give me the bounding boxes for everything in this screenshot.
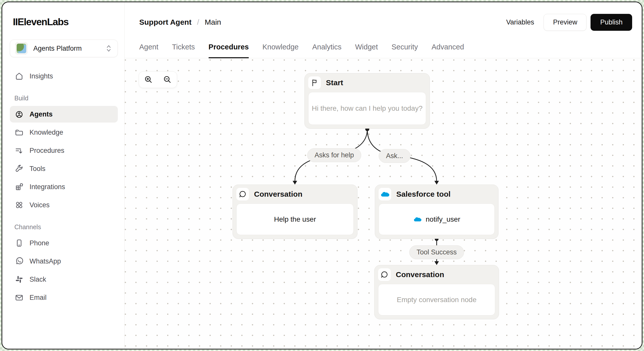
agent-icon	[14, 109, 24, 119]
tool-name-text: notify_user	[426, 215, 460, 223]
tab-bar: Agent Tickets Procedures Knowledge Analy…	[139, 43, 464, 58]
node-conversation-bottom-body[interactable]: Empty conversation node	[378, 284, 495, 315]
chat-bubble-icon	[378, 268, 391, 281]
edge-label-asks-for-help[interactable]: Asks for help	[307, 148, 361, 162]
node-conversation-bottom[interactable]: Conversation Empty conversation node	[374, 265, 499, 319]
app-window: IIElevenLabs Agents Platform Insights Bu…	[2, 2, 642, 349]
edge-label-ask-truncated[interactable]: Ask...	[379, 149, 410, 163]
node-conversation-left[interactable]: Conversation Help the user	[233, 185, 357, 239]
elevenlabs-logo: IIElevenLabs	[10, 16, 118, 27]
tab-widget[interactable]: Widget	[355, 43, 378, 58]
header-actions: Variables Preview Publish	[500, 14, 632, 31]
sidebar-item-label: Phone	[30, 239, 49, 247]
sidebar-item-label: Tools	[30, 165, 45, 173]
phone-icon	[14, 238, 24, 248]
arrowhead-left	[293, 181, 297, 185]
tab-agent[interactable]: Agent	[139, 43, 158, 58]
tab-security[interactable]: Security	[391, 43, 418, 58]
edge-label-tool-success[interactable]: Tool Success	[409, 245, 464, 259]
preview-button[interactable]: Preview	[544, 14, 586, 31]
zoom-out-icon	[162, 75, 173, 85]
breadcrumb-separator: /	[197, 18, 199, 26]
sidebar-section-build: Build	[14, 95, 118, 102]
voices-icon	[14, 200, 24, 210]
node-start[interactable]: Start Hi there, how can I help you today…	[304, 73, 430, 129]
whatsapp-icon	[14, 256, 24, 266]
main-area: Support Agent / Main Variables Preview P…	[125, 2, 642, 349]
tab-analytics[interactable]: Analytics	[312, 43, 342, 58]
node-conversation-bottom-header: Conversation	[375, 265, 499, 283]
wrench-icon	[14, 164, 24, 173]
node-title: Conversation	[254, 190, 302, 198]
variables-button[interactable]: Variables	[500, 14, 541, 31]
sidebar-item-agents[interactable]: Agents	[10, 106, 118, 123]
list-arrow-icon	[14, 146, 24, 155]
chat-bubble-icon	[236, 188, 249, 200]
node-title: Start	[326, 78, 343, 87]
sidebar-section-channels: Channels	[14, 223, 118, 231]
zoom-out-button[interactable]	[162, 74, 173, 85]
sidebar: IIElevenLabs Agents Platform Insights Bu…	[2, 2, 125, 349]
sidebar-item-integrations[interactable]: Integrations	[10, 179, 118, 195]
salesforce-icon-small	[413, 216, 422, 222]
sidebar-item-knowledge[interactable]: Knowledge	[10, 124, 118, 141]
node-salesforce-header: Salesforce tool	[375, 185, 498, 203]
zoom-in-button[interactable]	[143, 74, 154, 85]
sidebar-item-slack[interactable]: Slack	[10, 271, 118, 288]
sidebar-item-label: Knowledge	[30, 129, 63, 136]
tab-advanced[interactable]: Advanced	[432, 43, 464, 58]
tab-knowledge[interactable]: Knowledge	[262, 43, 299, 58]
tab-procedures[interactable]: Procedures	[209, 43, 249, 58]
sidebar-item-voices[interactable]: Voices	[10, 197, 118, 213]
sidebar-nav: Insights Build Agents Knowledge	[10, 68, 118, 306]
node-title: Conversation	[396, 270, 444, 279]
sidebar-item-phone[interactable]: Phone	[10, 235, 118, 251]
main-header: Support Agent / Main Variables Preview P…	[125, 2, 642, 58]
node-content-text: Help the user	[274, 215, 316, 223]
node-start-header: Start	[305, 73, 430, 92]
integrations-icon	[14, 182, 24, 192]
sidebar-item-label: Integrations	[30, 183, 65, 191]
envelope-icon	[14, 293, 24, 302]
sidebar-item-tools[interactable]: Tools	[10, 160, 118, 177]
sidebar-item-insights[interactable]: Insights	[10, 68, 118, 84]
zoom-toolbar	[139, 71, 177, 88]
home-icon	[14, 71, 24, 81]
sidebar-item-label: Voices	[30, 201, 50, 209]
sidebar-item-label: Email	[30, 294, 47, 302]
node-conversation-left-header: Conversation	[233, 185, 357, 203]
sidebar-item-label: Insights	[30, 72, 53, 80]
sidebar-item-procedures[interactable]: Procedures	[10, 142, 118, 159]
workspace-avatar	[15, 42, 28, 55]
zoom-in-icon	[144, 75, 154, 85]
sidebar-item-label: Procedures	[30, 147, 64, 155]
flow-canvas[interactable]: Start Hi there, how can I help you today…	[125, 58, 642, 349]
arrowhead-right	[434, 181, 439, 185]
slack-icon	[14, 275, 24, 284]
node-title: Salesforce tool	[396, 190, 451, 198]
arrowhead-bottom	[434, 261, 439, 265]
sidebar-item-label: Agents	[30, 110, 53, 118]
publish-button[interactable]: Publish	[591, 14, 632, 31]
workspace-switcher[interactable]: Agents Platform	[10, 40, 118, 57]
tab-tickets[interactable]: Tickets	[172, 43, 195, 58]
sidebar-item-label: WhatsApp	[30, 257, 61, 265]
breadcrumb: Support Agent / Main	[139, 18, 221, 26]
node-conversation-left-body[interactable]: Help the user	[236, 203, 354, 235]
flag-icon	[308, 76, 321, 89]
sidebar-item-whatsapp[interactable]: WhatsApp	[10, 253, 118, 270]
salesforce-icon	[379, 188, 391, 200]
workspace-name: Agents Platform	[33, 45, 105, 52]
node-start-body[interactable]: Hi there, how can I help you today?	[308, 92, 426, 125]
sidebar-item-email[interactable]: Email	[10, 289, 118, 306]
sidebar-item-label: Slack	[30, 276, 46, 283]
breadcrumb-page-name[interactable]: Main	[205, 18, 221, 26]
node-salesforce-tool[interactable]: Salesforce tool notify_user	[375, 185, 498, 239]
breadcrumb-agent-name[interactable]: Support Agent	[139, 18, 191, 26]
folder-icon	[14, 128, 24, 137]
chevron-up-down-icon	[105, 44, 113, 53]
node-salesforce-body[interactable]: notify_user	[379, 203, 495, 235]
